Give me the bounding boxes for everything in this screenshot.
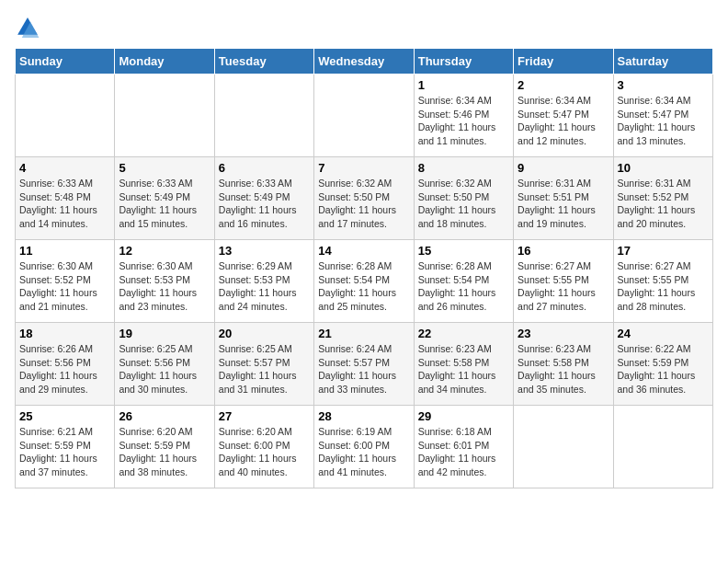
day-number: 20 [219,327,310,340]
calendar-day-cell: 20Sunrise: 6:25 AM Sunset: 5:57 PM Dayli… [214,323,313,406]
calendar-day-cell [214,75,313,157]
day-number: 19 [119,327,210,340]
day-number: 5 [119,161,210,175]
calendar-day-cell [115,75,214,157]
day-number: 26 [119,409,210,423]
day-number: 11 [19,244,110,258]
calendar-day-cell: 21Sunrise: 6:24 AM Sunset: 5:57 PM Dayli… [314,323,414,406]
day-number: 22 [418,327,509,340]
day-of-week-header: Wednesday [314,49,414,75]
day-info: Sunrise: 6:33 AM Sunset: 5:49 PM Dayligh… [119,177,210,231]
day-of-week-header: Tuesday [214,49,313,75]
day-info: Sunrise: 6:22 AM Sunset: 5:59 PM Dayligh… [618,342,709,396]
day-info: Sunrise: 6:23 AM Sunset: 5:58 PM Dayligh… [518,342,609,396]
calendar-day-cell [314,75,414,157]
calendar-day-cell: 1Sunrise: 6:34 AM Sunset: 5:46 PM Daylig… [414,75,513,157]
calendar-week-row: 25Sunrise: 6:21 AM Sunset: 5:59 PM Dayli… [16,406,713,488]
day-number: 7 [318,161,409,175]
calendar-day-cell: 15Sunrise: 6:28 AM Sunset: 5:54 PM Dayli… [414,240,513,323]
day-info: Sunrise: 6:32 AM Sunset: 5:50 PM Dayligh… [318,177,409,231]
calendar-day-cell [514,406,613,488]
day-info: Sunrise: 6:34 AM Sunset: 5:47 PM Dayligh… [618,94,709,148]
day-number: 14 [318,244,409,258]
day-number: 24 [618,327,709,340]
day-info: Sunrise: 6:18 AM Sunset: 6:01 PM Dayligh… [418,425,509,479]
calendar-day-cell [613,406,712,488]
day-number: 13 [219,244,310,258]
day-info: Sunrise: 6:25 AM Sunset: 5:56 PM Dayligh… [119,342,210,396]
day-number: 23 [518,327,609,340]
day-of-week-header: Thursday [414,49,513,75]
day-info: Sunrise: 6:19 AM Sunset: 6:00 PM Dayligh… [318,425,409,479]
calendar-day-cell: 2Sunrise: 6:34 AM Sunset: 5:47 PM Daylig… [514,75,613,157]
day-info: Sunrise: 6:32 AM Sunset: 5:50 PM Dayligh… [418,177,509,231]
day-number: 9 [518,161,609,175]
calendar-day-cell: 8Sunrise: 6:32 AM Sunset: 5:50 PM Daylig… [414,157,513,240]
day-number: 27 [219,409,310,423]
day-number: 6 [219,161,310,175]
day-info: Sunrise: 6:25 AM Sunset: 5:57 PM Dayligh… [219,342,310,396]
calendar-day-cell: 24Sunrise: 6:22 AM Sunset: 5:59 PM Dayli… [613,323,712,406]
calendar-day-cell: 29Sunrise: 6:18 AM Sunset: 6:01 PM Dayli… [414,406,513,488]
day-info: Sunrise: 6:34 AM Sunset: 5:46 PM Dayligh… [418,94,509,148]
day-number: 18 [19,327,110,340]
calendar-day-cell: 19Sunrise: 6:25 AM Sunset: 5:56 PM Dayli… [115,323,214,406]
logo [15,15,44,40]
day-number: 21 [318,327,409,340]
day-info: Sunrise: 6:20 AM Sunset: 5:59 PM Dayligh… [119,425,210,479]
calendar-day-cell: 11Sunrise: 6:30 AM Sunset: 5:52 PM Dayli… [16,240,115,323]
calendar-day-cell: 28Sunrise: 6:19 AM Sunset: 6:00 PM Dayli… [314,406,414,488]
day-number: 1 [418,78,509,92]
day-of-week-header: Friday [514,49,613,75]
calendar-header-row: SundayMondayTuesdayWednesdayThursdayFrid… [16,49,713,75]
calendar-day-cell: 25Sunrise: 6:21 AM Sunset: 5:59 PM Dayli… [16,406,115,488]
day-info: Sunrise: 6:27 AM Sunset: 5:55 PM Dayligh… [618,259,709,314]
day-of-week-header: Saturday [613,49,712,75]
day-number: 16 [518,244,609,258]
day-number: 29 [418,409,509,423]
day-number: 25 [19,409,110,423]
day-info: Sunrise: 6:33 AM Sunset: 5:48 PM Dayligh… [19,177,110,231]
day-number: 3 [618,78,709,92]
day-number: 8 [418,161,509,175]
calendar-day-cell: 12Sunrise: 6:30 AM Sunset: 5:53 PM Dayli… [115,240,214,323]
day-of-week-header: Monday [115,49,214,75]
calendar-week-row: 11Sunrise: 6:30 AM Sunset: 5:52 PM Dayli… [16,240,713,323]
day-info: Sunrise: 6:27 AM Sunset: 5:55 PM Dayligh… [518,259,609,314]
calendar-table: SundayMondayTuesdayWednesdayThursdayFrid… [15,48,713,488]
calendar-day-cell: 6Sunrise: 6:33 AM Sunset: 5:49 PM Daylig… [214,157,313,240]
day-number: 10 [618,161,709,175]
day-number: 4 [19,161,110,175]
day-number: 15 [418,244,509,258]
calendar-day-cell: 4Sunrise: 6:33 AM Sunset: 5:48 PM Daylig… [16,157,115,240]
calendar-day-cell: 18Sunrise: 6:26 AM Sunset: 5:56 PM Dayli… [16,323,115,406]
calendar-day-cell: 22Sunrise: 6:23 AM Sunset: 5:58 PM Dayli… [414,323,513,406]
day-info: Sunrise: 6:31 AM Sunset: 5:52 PM Dayligh… [618,177,709,231]
day-info: Sunrise: 6:33 AM Sunset: 5:49 PM Dayligh… [219,177,310,231]
calendar-week-row: 4Sunrise: 6:33 AM Sunset: 5:48 PM Daylig… [16,157,713,240]
calendar-day-cell: 9Sunrise: 6:31 AM Sunset: 5:51 PM Daylig… [514,157,613,240]
day-info: Sunrise: 6:24 AM Sunset: 5:57 PM Dayligh… [318,342,409,396]
day-info: Sunrise: 6:21 AM Sunset: 5:59 PM Dayligh… [19,425,110,479]
calendar-day-cell: 10Sunrise: 6:31 AM Sunset: 5:52 PM Dayli… [613,157,712,240]
day-info: Sunrise: 6:20 AM Sunset: 6:00 PM Dayligh… [219,425,310,479]
calendar-day-cell [16,75,115,157]
calendar-day-cell: 14Sunrise: 6:28 AM Sunset: 5:54 PM Dayli… [314,240,414,323]
day-info: Sunrise: 6:26 AM Sunset: 5:56 PM Dayligh… [19,342,110,396]
calendar-day-cell: 26Sunrise: 6:20 AM Sunset: 5:59 PM Dayli… [115,406,214,488]
calendar-day-cell: 5Sunrise: 6:33 AM Sunset: 5:49 PM Daylig… [115,157,214,240]
day-number: 12 [119,244,210,258]
calendar-day-cell: 7Sunrise: 6:32 AM Sunset: 5:50 PM Daylig… [314,157,414,240]
calendar-day-cell: 3Sunrise: 6:34 AM Sunset: 5:47 PM Daylig… [613,75,712,157]
calendar-day-cell: 23Sunrise: 6:23 AM Sunset: 5:58 PM Dayli… [514,323,613,406]
day-info: Sunrise: 6:34 AM Sunset: 5:47 PM Dayligh… [518,94,609,148]
day-number: 17 [618,244,709,258]
calendar-week-row: 18Sunrise: 6:26 AM Sunset: 5:56 PM Dayli… [16,323,713,406]
day-info: Sunrise: 6:28 AM Sunset: 5:54 PM Dayligh… [418,259,509,314]
day-info: Sunrise: 6:28 AM Sunset: 5:54 PM Dayligh… [318,259,409,314]
page-header [15,15,713,40]
day-info: Sunrise: 6:30 AM Sunset: 5:52 PM Dayligh… [19,259,110,314]
day-of-week-header: Sunday [16,49,115,75]
calendar-day-cell: 27Sunrise: 6:20 AM Sunset: 6:00 PM Dayli… [214,406,313,488]
calendar-day-cell: 16Sunrise: 6:27 AM Sunset: 5:55 PM Dayli… [514,240,613,323]
